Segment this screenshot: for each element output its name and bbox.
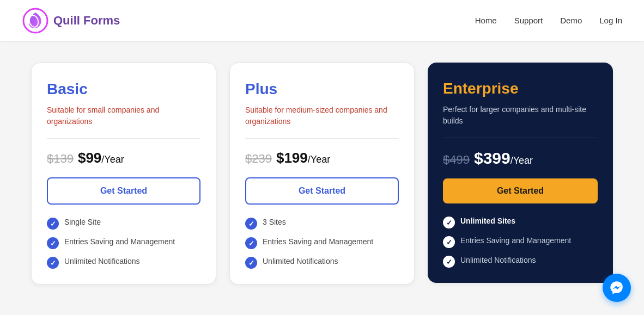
divider-enterprise — [443, 138, 598, 138]
check-icon: ✓ — [245, 218, 257, 230]
pricing-enterprise: $499 $399/Year — [443, 149, 598, 168]
main-nav: Home Support Demo Log In — [475, 16, 622, 25]
features-plus: ✓ 3 Sites ✓ Entries Saving and Managemen… — [245, 218, 399, 269]
price-new-basic: $99/Year — [78, 150, 124, 166]
feature-item: ✓ Entries Saving and Management — [245, 237, 399, 249]
plan-card-basic: Basic Suitable for small companies and o… — [31, 63, 216, 285]
pricing-plus: $239 $199/Year — [245, 150, 399, 166]
nav-demo[interactable]: Demo — [560, 16, 582, 25]
nav-support[interactable]: Support — [514, 16, 543, 25]
nav-login[interactable]: Log In — [599, 16, 622, 25]
plan-desc-plus: Suitable for medium-sized companies and … — [245, 104, 399, 127]
check-icon: ✓ — [443, 256, 455, 268]
feature-item: ✓ Unlimited Sites — [443, 217, 598, 228]
check-icon: ✓ — [443, 236, 455, 248]
feature-item: ✓ 3 Sites — [245, 218, 399, 230]
check-icon: ✓ — [443, 217, 455, 228]
plan-desc-basic: Suitable for small companies and organiz… — [47, 104, 201, 127]
divider-plus — [245, 138, 399, 139]
divider-basic — [47, 138, 201, 139]
plan-card-plus: Plus Suitable for medium-sized companies… — [229, 63, 415, 285]
check-icon: ✓ — [47, 237, 59, 249]
check-icon: ✓ — [245, 257, 257, 269]
plan-name-enterprise: Enterprise — [443, 80, 598, 97]
plan-desc-enterprise: Perfect for larger companies and multi-s… — [443, 104, 598, 127]
feature-item: ✓ Unlimited Notifications — [245, 257, 399, 269]
check-icon: ✓ — [47, 257, 59, 269]
pricing-basic: $139 $99/Year — [47, 150, 201, 166]
logo-text: Quill Forms — [53, 14, 120, 28]
messenger-icon — [609, 280, 624, 295]
get-started-enterprise[interactable]: Get Started — [443, 178, 598, 203]
feature-item: ✓ Entries Saving and Management — [47, 237, 201, 249]
price-old-enterprise: $499 — [443, 153, 470, 167]
price-new-plus: $199/Year — [276, 150, 330, 166]
get-started-basic[interactable]: Get Started — [47, 177, 201, 205]
price-old-plus: $239 — [245, 152, 272, 166]
check-icon: ✓ — [245, 237, 257, 249]
plan-card-enterprise: Enterprise Perfect for larger companies … — [428, 63, 613, 283]
nav-home[interactable]: Home — [475, 16, 497, 25]
feature-item: ✓ Unlimited Notifications — [443, 256, 598, 268]
logo: Quill Forms — [22, 7, 120, 34]
feature-item: ✓ Unlimited Notifications — [47, 257, 201, 269]
header: Quill Forms Home Support Demo Log In — [0, 0, 644, 41]
price-old-basic: $139 — [47, 152, 74, 166]
features-basic: ✓ Single Site ✓ Entries Saving and Manag… — [47, 218, 201, 269]
plan-name-plus: Plus — [245, 81, 399, 98]
plan-name-basic: Basic — [47, 81, 201, 98]
features-enterprise: ✓ Unlimited Sites ✓ Entries Saving and M… — [443, 217, 598, 268]
pricing-section: Basic Suitable for small companies and o… — [0, 41, 644, 315]
price-new-enterprise: $399/Year — [474, 149, 533, 168]
messenger-bubble[interactable] — [603, 274, 631, 302]
quill-forms-logo-icon — [22, 7, 49, 34]
feature-item: ✓ Entries Saving and Management — [443, 236, 598, 248]
get-started-plus[interactable]: Get Started — [245, 177, 399, 205]
feature-item: ✓ Single Site — [47, 218, 201, 230]
check-icon: ✓ — [47, 218, 59, 230]
